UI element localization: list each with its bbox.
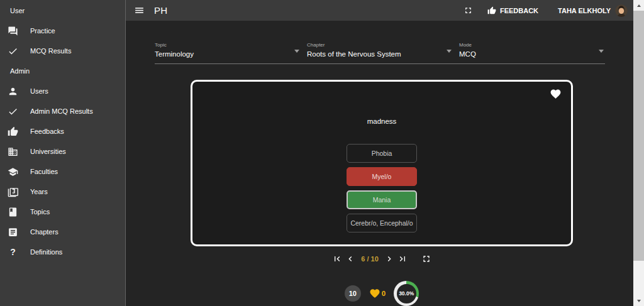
hamburger-menu-button[interactable] (134, 5, 145, 16)
sidebar-item-label: Universities (30, 148, 66, 155)
sidebar-item-label: Chapters (30, 228, 58, 236)
sidebar-item-topics[interactable]: Topics (0, 202, 125, 222)
sidebar-item-label: Users (30, 87, 48, 95)
sidebar-item-users[interactable]: Users (0, 81, 125, 101)
page-indicator: 6 / 10 (361, 255, 379, 263)
check-icon (8, 106, 18, 117)
sidebar-item-label: Years (30, 188, 48, 195)
menu-icon (134, 5, 145, 16)
chevron-down-icon (294, 50, 299, 53)
filter-value: Roots of the Nervous System (307, 50, 453, 58)
chevron-right-icon (384, 254, 394, 264)
sidebar-item-universities[interactable]: Universities (0, 141, 125, 161)
sidebar-item-faculties[interactable]: Faculties (0, 161, 125, 182)
sidebar-section-header: User (0, 1, 125, 21)
thumb-up-icon (8, 126, 18, 137)
sidebar-item-feedbacks[interactable]: Feedbacks (0, 121, 125, 141)
scrollbar-down-button[interactable] (633, 295, 644, 306)
forum-icon (8, 26, 18, 36)
sidebar-item-label: MCQ Results (30, 47, 71, 55)
sidebar-item-mcq-results[interactable]: MCQ Results (0, 41, 125, 61)
previous-page-button[interactable] (345, 254, 355, 264)
heart-icon (550, 88, 562, 100)
sidebar: UserPracticeMCQ ResultsAdminUsersAdmin M… (0, 0, 126, 306)
answer-option-mania[interactable]: Mania (347, 190, 417, 209)
avatar (615, 4, 628, 17)
fullscreen-button[interactable] (464, 6, 473, 15)
sidebar-item-definitions[interactable]: ?Definitions (0, 242, 125, 262)
sidebar-section-header: Admin (0, 61, 125, 81)
next-page-button[interactable] (384, 254, 394, 264)
fullscreen-icon (421, 254, 431, 264)
filter-label: Topic (155, 38, 301, 48)
favorites-count: 0 (382, 290, 386, 297)
user-menu-button[interactable]: TAHA ELKHOLY (558, 4, 628, 17)
user-name: TAHA ELKHOLY (558, 7, 611, 14)
fullscreen-icon (464, 6, 473, 15)
first-page-button[interactable] (332, 254, 342, 264)
graduation-cap-icon (8, 167, 18, 177)
first-page-icon (332, 254, 342, 264)
answer-option-phobia[interactable]: Phobia (347, 144, 417, 163)
pagination: 6 / 10 (191, 254, 573, 264)
article-icon (8, 227, 18, 238)
answer-option-cerebr-o-encephal-o[interactable]: Cerebr/o, Encephal/o (347, 214, 417, 232)
sidebar-item-admin-mcq-results[interactable]: Admin MCQ Results (0, 101, 125, 121)
app-title: PH (154, 5, 167, 16)
vertical-scrollbar (633, 0, 644, 306)
building-icon (8, 146, 18, 157)
check-icon (8, 46, 18, 57)
card-fullscreen-button[interactable] (421, 254, 431, 264)
filter-chapter-select[interactable]: ChapterRoots of the Nervous System (307, 38, 453, 63)
chevron-left-icon (345, 254, 355, 264)
filter-label: Chapter (307, 38, 453, 48)
last-page-button[interactable] (397, 254, 408, 264)
favorites-counter: 0 (369, 288, 386, 299)
question-text: madness (192, 117, 571, 125)
sidebar-item-label: Feedbacks (30, 128, 64, 135)
feedback-button[interactable]: FEEDBACK (487, 6, 538, 15)
chevron-down-icon (447, 50, 452, 53)
score-percent: 30.0% (397, 284, 416, 303)
sidebar-item-label: Definitions (30, 248, 62, 256)
filter-label: Mode (459, 38, 605, 48)
filter-3-icon (8, 187, 18, 197)
answer-options: PhobiaMyel/oManiaCerebr/o, Encephal/o (192, 144, 571, 232)
person-icon (8, 86, 18, 97)
scrollbar-thumb[interactable] (633, 11, 644, 261)
question-mark-icon: ? (8, 247, 18, 258)
scrollbar-up-button[interactable] (633, 0, 644, 11)
filter-value: MCQ (459, 50, 605, 58)
filter-mode-select[interactable]: ModeMCQ (459, 38, 605, 63)
last-page-icon (397, 254, 408, 264)
filter-topic-select[interactable]: TopicTerminology (155, 38, 301, 63)
sidebar-item-chapters[interactable]: Chapters (0, 222, 125, 242)
sidebar-item-label: Topics (30, 208, 50, 216)
book-icon (8, 207, 18, 217)
score-progress-ring: 30.0% (394, 281, 419, 306)
answer-option-myel-o[interactable]: Myel/o (347, 167, 417, 186)
stats-row: 10 0 30.0% (191, 281, 573, 306)
feedback-label: FEEDBACK (500, 7, 538, 14)
sidebar-item-label: Faculties (30, 168, 58, 175)
heart-icon (369, 288, 380, 299)
chevron-down-icon (599, 50, 604, 53)
question-count-badge: 10 (345, 285, 361, 302)
topbar: PH FEEDBACK TAHA ELKHOLY (126, 0, 633, 21)
thumb-up-icon (487, 6, 496, 15)
main-content: TopicTerminologyChapterRoots of the Nerv… (126, 21, 633, 306)
sidebar-item-years[interactable]: Years (0, 182, 125, 202)
filter-value: Terminology (155, 50, 301, 58)
sidebar-item-label: Practice (30, 27, 55, 35)
filter-row: TopicTerminologyChapterRoots of the Nerv… (155, 38, 605, 64)
favorite-button[interactable] (550, 88, 562, 100)
question-card: madness PhobiaMyel/oManiaCerebr/o, Encep… (191, 80, 573, 246)
sidebar-item-practice[interactable]: Practice (0, 21, 125, 41)
sidebar-item-label: Admin MCQ Results (30, 107, 93, 115)
